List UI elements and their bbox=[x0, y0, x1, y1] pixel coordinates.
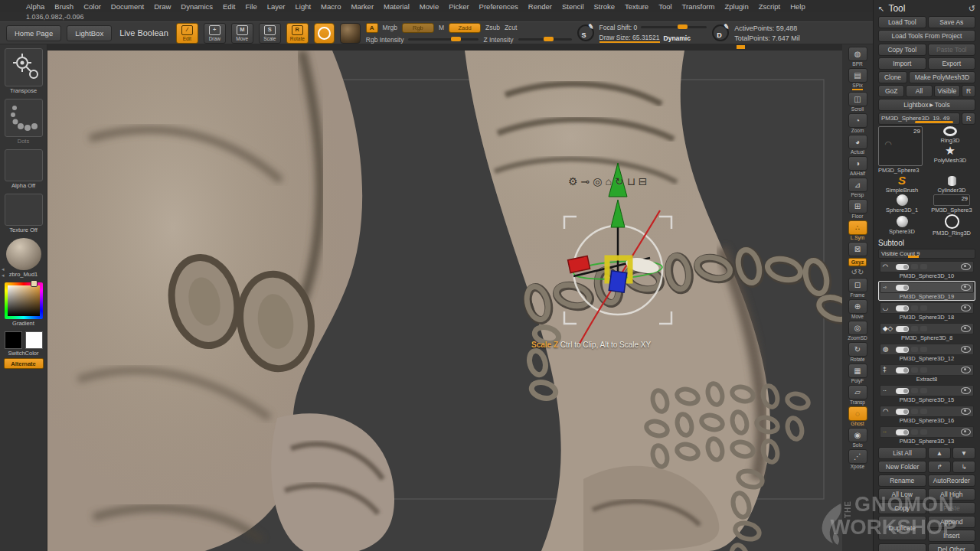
locator-icon[interactable]: ◎ bbox=[593, 175, 602, 187]
tool-simplebrush[interactable]: SSimpleBrush bbox=[878, 175, 926, 194]
scale-mode-button[interactable]: S Scale bbox=[259, 23, 281, 44]
mrgb-toggle[interactable]: Mrgb bbox=[383, 24, 397, 31]
polypaint-toggle[interactable] bbox=[896, 388, 909, 394]
restore-icon[interactable]: ↺ bbox=[969, 4, 975, 14]
move-mode-button[interactable]: M Move bbox=[231, 23, 253, 44]
visibility-eye-icon[interactable] bbox=[961, 429, 971, 435]
visibility-eye-icon[interactable] bbox=[961, 284, 971, 291]
slider-icon[interactable]: ⊟ bbox=[639, 175, 648, 187]
visibility-eye-icon[interactable] bbox=[961, 367, 971, 373]
visibility-eye-icon[interactable] bbox=[961, 325, 971, 332]
polypaint-toggle[interactable] bbox=[896, 367, 909, 373]
menu-stencil[interactable]: Stencil bbox=[562, 2, 584, 11]
make-polymesh-button[interactable]: Make PolyMesh3D bbox=[909, 71, 975, 83]
move-view-button[interactable]: ⊕Move bbox=[848, 299, 867, 319]
all-high-button[interactable]: All High bbox=[928, 488, 976, 500]
scroll-button[interactable]: ◫Scroll bbox=[848, 92, 867, 112]
frame-button[interactable]: ⊡Frame bbox=[848, 278, 867, 298]
subtool-row[interactable]: ◍ PM3D_Sphere3D_12 bbox=[878, 343, 975, 363]
load-from-project-button[interactable]: Load Tools From Project bbox=[878, 30, 975, 42]
export-button[interactable]: Export bbox=[928, 57, 976, 70]
menu-zscript[interactable]: Zscript bbox=[759, 2, 781, 11]
rename-button[interactable]: Rename bbox=[878, 474, 926, 487]
load-tool-button[interactable]: Load Tool bbox=[878, 16, 926, 28]
alpha-selector[interactable]: Alpha Off bbox=[5, 149, 43, 189]
subtool-row[interactable]: ∙∙ PM3D_Sphere3D_15 bbox=[878, 384, 975, 404]
move-out-folder-button[interactable]: ↳ bbox=[952, 461, 975, 473]
tool-polymesh3d[interactable]: ★PolyMesh3D bbox=[925, 145, 975, 164]
tool-pm3d-sphere3[interactable]: 29PM3D_Sphere3 bbox=[928, 194, 975, 214]
list-all-button[interactable]: List All bbox=[878, 447, 926, 459]
see-through-button[interactable]: ⊠ bbox=[848, 242, 867, 256]
goz-r-button[interactable]: R bbox=[962, 85, 975, 97]
tool-sphere3d-1[interactable]: Sphere3D_1 bbox=[878, 194, 926, 214]
menu-zplugin[interactable]: Zplugin bbox=[725, 2, 749, 11]
rotate-view-button[interactable]: ↻Rotate bbox=[848, 342, 867, 362]
visibility-eye-icon[interactable] bbox=[961, 263, 971, 270]
zcut-toggle[interactable]: Zcut bbox=[505, 24, 518, 31]
rotate-mode-button[interactable]: R Rotate bbox=[286, 23, 309, 44]
menu-brush[interactable]: Brush bbox=[54, 2, 74, 11]
menu-texture[interactable]: Texture bbox=[625, 2, 648, 11]
pin-icon[interactable]: ⊸ bbox=[581, 175, 590, 187]
visibility-eye-icon[interactable] bbox=[961, 305, 971, 311]
subtool-row[interactable]: ◟◞ PM3D_Sphere3D_18 bbox=[878, 302, 975, 321]
local-symmetry-button[interactable]: ∴L.Sym bbox=[848, 220, 867, 240]
dots-brush[interactable]: Dots bbox=[5, 99, 43, 145]
aahalf-button[interactable]: ◑AAHalf bbox=[848, 156, 867, 176]
del-other-button[interactable]: Del Other bbox=[928, 543, 976, 551]
polypaint-toggle[interactable] bbox=[896, 305, 909, 311]
menu-render[interactable]: Render bbox=[528, 2, 552, 11]
menu-movie[interactable]: Movie bbox=[420, 2, 439, 11]
polypaint-toggle[interactable] bbox=[896, 326, 909, 332]
bpr-button[interactable]: ◍BPR bbox=[848, 47, 867, 67]
subtool-row[interactable]: ‡ Extract8 bbox=[878, 364, 975, 383]
tool-ring3d[interactable]: Ring3D bbox=[925, 126, 975, 144]
solo-button[interactable]: ◉Solo bbox=[848, 428, 867, 448]
insert-button[interactable]: Insert bbox=[928, 530, 976, 542]
goz-visible-button[interactable]: Visible bbox=[934, 85, 960, 97]
menu-macro[interactable]: Macro bbox=[321, 2, 341, 11]
material-selector[interactable]: zbro_Mud1 bbox=[6, 238, 41, 278]
main-color-swatch[interactable] bbox=[5, 331, 22, 349]
menu-color[interactable]: Color bbox=[83, 2, 101, 11]
append-button[interactable]: Append bbox=[928, 516, 976, 528]
live-boolean-toggle[interactable]: Live Boolean bbox=[119, 28, 168, 37]
menu-material[interactable]: Material bbox=[384, 2, 410, 11]
subtool-row[interactable]: ◜◝ PM3D_Sphere3D_10 bbox=[878, 260, 975, 280]
active-tool-thumbnail[interactable]: 29◜◝ PM3D_Sphere3 bbox=[878, 126, 923, 174]
polypaint-toggle[interactable] bbox=[896, 347, 909, 353]
lock-icon[interactable]: ⊔ bbox=[627, 175, 635, 187]
menu-transform[interactable]: Transform bbox=[682, 2, 715, 11]
dynamic-toggle[interactable]: Dynamic bbox=[664, 34, 691, 42]
menu-stroke[interactable]: Stroke bbox=[594, 2, 615, 11]
lightbox-tools-button[interactable]: Lightbox►Tools bbox=[878, 99, 975, 111]
duplicate-button[interactable]: Duplicate bbox=[878, 516, 926, 540]
rgb-intensity-slider[interactable] bbox=[408, 38, 479, 41]
subtool-row[interactable]: ◆◇ PM3D_Sphere3D_8 bbox=[878, 322, 975, 342]
alternate-button[interactable]: Alternate bbox=[4, 358, 44, 369]
copy-subtool-button[interactable]: Copy bbox=[878, 502, 926, 514]
z-intensity-slider[interactable] bbox=[518, 38, 572, 41]
copy-tool-button[interactable]: Copy Tool bbox=[878, 44, 926, 56]
gxyz-button[interactable]: Gxyz bbox=[848, 258, 867, 266]
reset-orientation-icon[interactable]: ↻ bbox=[615, 175, 624, 187]
gear-icon[interactable]: ⚙ bbox=[568, 175, 578, 187]
delete-button[interactable]: Delete bbox=[878, 543, 926, 551]
subtool-up-button[interactable]: ▲ bbox=[928, 447, 951, 459]
menu-picker[interactable]: Picker bbox=[449, 2, 469, 11]
autoreorder-button[interactable]: AutoReorder bbox=[928, 474, 976, 487]
viewport-canvas[interactable] bbox=[47, 51, 842, 551]
ghost-button[interactable]: ◌Ghost bbox=[848, 406, 867, 426]
goz-button[interactable]: GoZ bbox=[878, 85, 904, 97]
texture-selector[interactable]: Texture Off bbox=[5, 194, 43, 233]
save-as-button[interactable]: Save As bbox=[928, 16, 976, 28]
rgb-toggle[interactable]: Rgb bbox=[402, 23, 434, 33]
menu-light[interactable]: Light bbox=[295, 2, 311, 11]
polypaint-toggle[interactable] bbox=[896, 429, 909, 435]
current-material-thumbnail[interactable] bbox=[340, 23, 361, 44]
zsub-toggle[interactable]: Zsub bbox=[485, 24, 500, 31]
lightbox-button[interactable]: LightBox bbox=[67, 25, 112, 41]
menu-document[interactable]: Document bbox=[111, 2, 144, 11]
new-folder-button[interactable]: New Folder bbox=[878, 461, 926, 473]
